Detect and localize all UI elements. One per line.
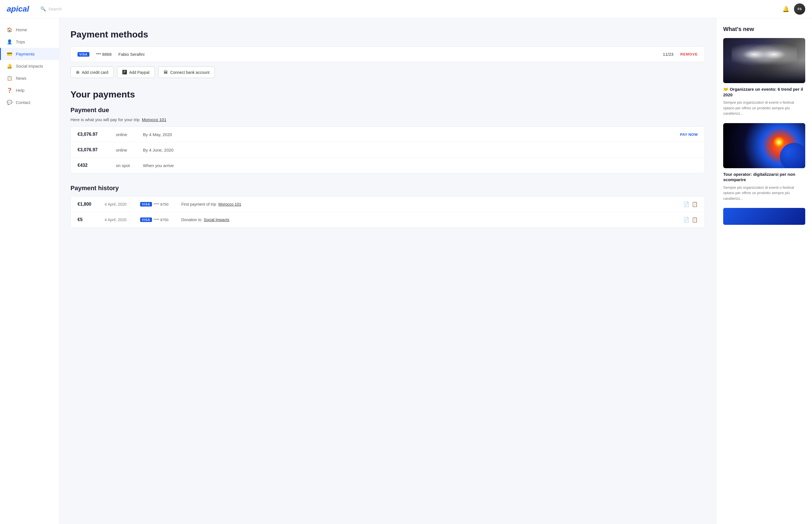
payment-due-subtitle: Payment due xyxy=(70,107,705,114)
payment-due-row-3: €432 on spot When you arrive xyxy=(71,158,704,173)
history-date-2: 4 April, 2020 xyxy=(105,217,136,222)
trips-icon: 👤 xyxy=(7,39,12,45)
avatar[interactable]: FS xyxy=(794,3,805,15)
payment-method-1: online xyxy=(116,132,139,137)
news-article-3-image[interactable] xyxy=(723,208,805,225)
bank-icon: 🏛 xyxy=(163,70,168,75)
document-detail-icon-1[interactable]: 📋 xyxy=(691,201,698,207)
pay-now-button[interactable]: PAY NOW xyxy=(680,132,698,137)
sidebar-item-payments[interactable]: 💳 Payments xyxy=(0,48,59,60)
news-article-1[interactable]: 🤝 Organizzare un evento: 6 trend per il … xyxy=(723,38,805,116)
payment-due-description: Here is what you will pay for your trip … xyxy=(70,117,705,122)
whats-new-title: What's new xyxy=(723,26,805,32)
article-1-image xyxy=(723,38,805,83)
sidebar-item-social-impacts[interactable]: 🔔 Social impacts xyxy=(0,60,59,72)
add-credit-card-label: Add credit card xyxy=(82,70,108,75)
doc-icons-1: 📄 📋 xyxy=(683,201,698,207)
sidebar-label-contact: Contact xyxy=(16,100,30,105)
visa-badge: VISA xyxy=(78,52,90,56)
connect-bank-label: Connect bank account xyxy=(170,70,209,75)
payment-history-section: Payment history €1,800 4 April, 2020 VIS… xyxy=(70,184,705,228)
payment-history-table: €1,800 4 April, 2020 VISA **** 8750 Firs… xyxy=(70,196,705,228)
payment-due-section: Payment due Here is what you will pay fo… xyxy=(70,107,705,173)
payment-due-row-2: €3,076.97 online By 4 June, 2020 xyxy=(71,142,704,158)
sidebar-label-social-impacts: Social impacts xyxy=(16,64,43,68)
news-icon: 📋 xyxy=(7,76,12,81)
add-paypal-button[interactable]: 🅿 Add Paypal xyxy=(117,66,155,78)
connect-bank-button[interactable]: 🏛 Connect bank account xyxy=(158,66,215,78)
sidebar-item-contact[interactable]: 💬 Contact xyxy=(0,96,59,109)
history-card-2: VISA **** 8750 xyxy=(140,217,177,222)
sidebar-item-home[interactable]: 🏠 Home xyxy=(0,24,59,36)
sidebar-label-help: Help xyxy=(16,88,25,93)
payment-due-table: €3,076.97 online By 4 May, 2020 PAY NOW … xyxy=(70,127,705,173)
payment-history-subtitle: Payment history xyxy=(70,184,705,192)
news-article-2[interactable]: Tour operator: digitalizzarsi per non sc… xyxy=(723,123,805,201)
search-placeholder: Search xyxy=(48,6,62,11)
payment-date-1: By 4 May, 2020 xyxy=(143,132,675,137)
payment-due-text: Here is what you will pay for your trip xyxy=(70,117,140,122)
history-visa-badge-1: VISA xyxy=(140,202,152,207)
sidebar-item-help[interactable]: ❓ Help xyxy=(0,84,59,96)
history-visa-badge-2: VISA xyxy=(140,217,152,222)
payment-amount-1: €3,076.97 xyxy=(78,132,111,137)
history-desc-1: First payment of trip Morocco 101 xyxy=(181,202,679,207)
payment-date-2: By 4 June, 2020 xyxy=(143,148,698,152)
search-bar[interactable]: 🔍 Search xyxy=(40,6,782,12)
layout: 🏠 Home 👤 Trips 💳 Payments 🔔 Social impac… xyxy=(0,18,812,524)
card-number: *** 8868 xyxy=(96,52,112,56)
payment-due-row-1: €3,076.97 online By 4 May, 2020 PAY NOW xyxy=(71,127,704,142)
document-icon-1[interactable]: 📄 xyxy=(683,201,689,207)
app-logo[interactable]: apical xyxy=(7,4,29,14)
payment-method-3: on spot xyxy=(116,163,139,168)
bell-icon[interactable]: 🔔 xyxy=(782,6,790,12)
history-card-number-1: **** 8750 xyxy=(154,202,169,207)
article-2-image xyxy=(723,123,805,168)
sidebar: 🏠 Home 👤 Trips 💳 Payments 🔔 Social impac… xyxy=(0,18,59,524)
header: apical 🔍 Search 🔔 FS xyxy=(0,0,812,18)
history-trip-link-1[interactable]: Morocco 101 xyxy=(219,202,241,207)
history-desc-2: Donation to Social Impacts xyxy=(181,217,679,222)
history-amount-1: €1,800 xyxy=(78,202,100,207)
social-impacts-icon: 🔔 xyxy=(7,63,12,69)
sidebar-label-news: News xyxy=(16,76,27,81)
saved-card: VISA *** 8868 Fabio Serafini 11/23 REMOV… xyxy=(70,47,705,62)
payment-methods-title: Payment methods xyxy=(70,29,705,40)
main-content: Payment methods VISA *** 8868 Fabio Sera… xyxy=(59,18,716,524)
sidebar-item-trips[interactable]: 👤 Trips xyxy=(0,36,59,48)
card-name: Fabio Serafini xyxy=(118,52,656,56)
home-icon: 🏠 xyxy=(7,27,12,32)
history-amount-2: €5 xyxy=(78,217,100,222)
history-card-1: VISA **** 8750 xyxy=(140,202,177,207)
payment-actions: ⊕ Add credit card 🅿 Add Paypal 🏛 Connect… xyxy=(70,66,705,78)
document-icon-2[interactable]: 📄 xyxy=(683,217,689,223)
trip-link[interactable]: Morocco 101 xyxy=(142,117,166,122)
history-row-1: €1,800 4 April, 2020 VISA **** 8750 Firs… xyxy=(71,197,704,212)
history-impact-link-2[interactable]: Social Impacts xyxy=(204,217,229,222)
card-expiry: 11/23 xyxy=(663,52,673,56)
payment-amount-3: €432 xyxy=(78,163,111,168)
sidebar-label-trips: Trips xyxy=(16,39,25,44)
avatar-initials: FS xyxy=(798,7,801,11)
search-icon: 🔍 xyxy=(40,6,46,12)
document-detail-icon-2[interactable]: 📋 xyxy=(691,217,698,223)
paypal-icon: 🅿 xyxy=(122,70,127,75)
article-1-title: 🤝 Organizzare un evento: 6 trend per il … xyxy=(723,86,805,97)
sidebar-label-home: Home xyxy=(16,27,27,32)
contact-icon: 💬 xyxy=(7,100,12,105)
add-credit-card-button[interactable]: ⊕ Add credit card xyxy=(70,66,114,78)
history-row-2: €5 4 April, 2020 VISA **** 8750 Donation… xyxy=(71,212,704,227)
header-right: 🔔 FS xyxy=(782,3,805,15)
add-paypal-label: Add Paypal xyxy=(129,70,149,75)
your-payments-title: Your payments xyxy=(70,89,705,100)
sidebar-label-payments: Payments xyxy=(16,52,35,56)
payment-method-2: online xyxy=(116,148,139,152)
article-1-emoji: 🤝 xyxy=(723,87,729,92)
doc-icons-2: 📄 📋 xyxy=(683,217,698,223)
add-circle-icon: ⊕ xyxy=(76,70,80,75)
article-2-desc: Sempre più organizzatori di eventi o fes… xyxy=(723,185,805,201)
remove-card-button[interactable]: REMOVE xyxy=(680,52,698,56)
right-sidebar: What's new 🤝 Organizzare un evento: 6 tr… xyxy=(716,18,812,524)
sidebar-item-news[interactable]: 📋 News xyxy=(0,72,59,84)
article-2-title: Tour operator: digitalizzarsi per non sc… xyxy=(723,171,805,183)
